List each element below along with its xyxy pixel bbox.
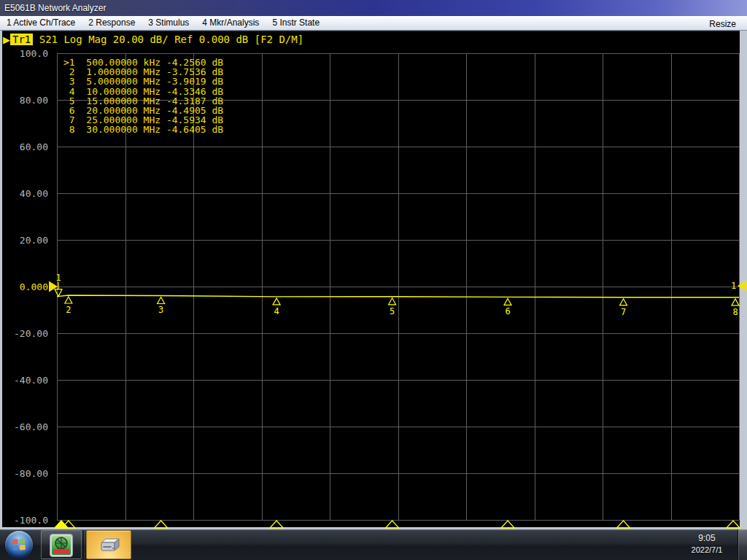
show-desktop-button[interactable] (738, 529, 747, 560)
taskbar-divider (83, 531, 84, 559)
windows-flag-icon (12, 538, 26, 551)
active-trace-pointer-icon: ▶ (3, 34, 10, 45)
trace-name-badge[interactable]: Tr1 (10, 34, 33, 45)
clock[interactable]: 9:05 2022/7/1 (684, 533, 729, 554)
network-analyzer-icon (50, 534, 73, 557)
menubar: 1 Active Ch/Trace2 Response3 Stimulus4 M… (0, 16, 747, 31)
menu-items: 1 Active Ch/Trace2 Response3 Stimulus4 M… (0, 18, 326, 28)
removable-drive-icon (98, 537, 121, 554)
marker-readout-row: 3 5.0000000 MHz -3.9019 dB (63, 77, 223, 86)
menu-item-resize[interactable]: Resize (703, 18, 743, 31)
menu-item-5[interactable]: 5 Instr State (266, 16, 326, 30)
marker-readout-row: 4 10.000000 MHz -4.3346 dB (63, 87, 223, 96)
screen: E5061B Network Analyzer 1 Active Ch/Trac… (0, 0, 747, 560)
menu-item-3[interactable]: 3 Stimulus (142, 16, 196, 30)
taskbar: EN 9:05 2022/7/1 (0, 529, 747, 560)
start-button[interactable] (5, 531, 33, 559)
marker-table: >1 500.00000 kHz -4.2560 dB 2 1.0000000 … (63, 58, 223, 135)
clock-time: 9:05 (684, 533, 729, 543)
window-title: E5061B Network Analyzer (4, 3, 106, 13)
menu-item-2[interactable]: 2 Response (82, 16, 142, 30)
menu-item-4[interactable]: 4 Mkr/Analysis (196, 16, 266, 30)
titlebar[interactable]: E5061B Network Analyzer (0, 0, 747, 16)
taskbar-button-network-analyzer[interactable] (41, 530, 82, 559)
trace-status-bar[interactable]: ▶Tr1 S21 Log Mag 20.00 dB/ Ref 0.000 dB … (3, 34, 303, 47)
taskbar-button-removable-drive[interactable] (86, 530, 131, 559)
clock-date: 2022/7/1 (684, 545, 729, 554)
app-window: E5061B Network Analyzer 1 Active Ch/Trac… (0, 0, 747, 529)
marker-readout-row: 8 30.000000 MHz -4.6405 dB (63, 125, 223, 134)
trace-status-text: S21 Log Mag 20.00 dB/ Ref 0.000 dB [F2 D… (33, 34, 303, 45)
menu-item-1[interactable]: 1 Active Ch/Trace (0, 16, 82, 30)
